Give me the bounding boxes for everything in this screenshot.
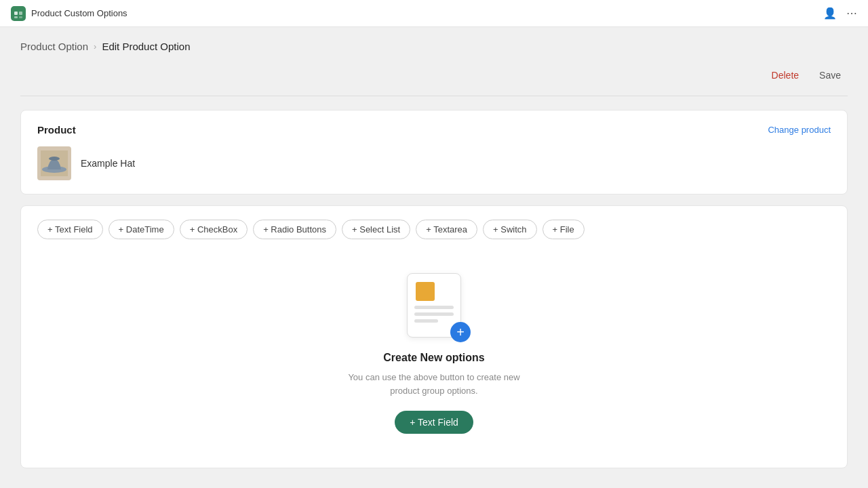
option-tab[interactable]: + Textarea [416, 220, 477, 239]
empty-icon-container: + [400, 273, 468, 341]
svg-rect-2 [19, 12, 22, 15]
add-text-field-button[interactable]: + Text Field [395, 411, 473, 434]
doc-icon-lines [414, 306, 454, 326]
breadcrumb-current: Edit Product Option [102, 41, 190, 52]
empty-title: Create New options [383, 352, 484, 364]
product-card-title: Product [37, 124, 76, 136]
svg-rect-3 [14, 16, 18, 18]
svg-rect-4 [19, 16, 22, 18]
option-tab[interactable]: + Radio Buttons [253, 220, 336, 239]
more-icon[interactable]: ⋯ [846, 7, 857, 20]
plus-badge: + [450, 322, 471, 342]
topbar: Product Custom Options 👤 ⋯ [0, 0, 868, 27]
app-icon [11, 6, 26, 21]
user-icon[interactable]: 👤 [823, 7, 837, 20]
topbar-left: Product Custom Options [11, 6, 127, 21]
option-tab[interactable]: + CheckBox [180, 220, 248, 239]
breadcrumb: Product Option › Edit Product Option [20, 41, 848, 52]
breadcrumb-separator: › [94, 41, 96, 52]
option-tab[interactable]: + File [542, 220, 585, 239]
option-tab[interactable]: + DateTime [108, 220, 174, 239]
options-card: + Text Field+ DateTime+ CheckBox+ Radio … [20, 205, 848, 468]
app-title: Product Custom Options [31, 8, 127, 18]
svg-rect-0 [11, 6, 26, 21]
breadcrumb-parent[interactable]: Product Option [20, 41, 88, 52]
product-name: Example Hat [81, 158, 135, 169]
svg-rect-1 [14, 12, 18, 15]
topbar-right: 👤 ⋯ [823, 7, 857, 20]
doc-line-1 [414, 306, 454, 309]
option-tab[interactable]: + Select List [342, 220, 410, 239]
main-content: Product Option › Edit Product Option Del… [0, 27, 868, 482]
save-button[interactable]: Save [812, 66, 848, 85]
option-tab[interactable]: + Switch [483, 220, 537, 239]
product-card-header: Product Change product [37, 124, 831, 136]
options-tabs: + Text Field+ DateTime+ CheckBox+ Radio … [37, 220, 831, 239]
svg-point-7 [49, 157, 60, 161]
toolbar: Delete Save [20, 66, 848, 85]
doc-line-3 [414, 319, 438, 323]
empty-desc: You can use the above button to create n… [346, 371, 522, 397]
product-card: Product Change product Example Hat [20, 110, 848, 195]
product-item: Example Hat [37, 146, 831, 180]
empty-state: + Create New options You can use the abo… [37, 260, 831, 454]
divider [20, 96, 848, 96]
delete-button[interactable]: Delete [765, 66, 806, 85]
doc-line-2 [414, 312, 454, 316]
option-tab[interactable]: + Text Field [37, 220, 103, 239]
product-thumbnail [37, 146, 71, 180]
change-product-link[interactable]: Change product [768, 125, 831, 135]
